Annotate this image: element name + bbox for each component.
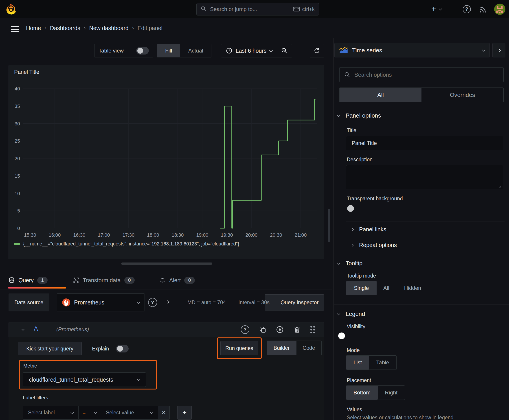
grafana-logo-icon[interactable] [5,3,17,16]
query-help-button[interactable]: ? [241,325,249,334]
legend-mode-label: Mode [347,347,360,353]
options-search-input[interactable] [354,71,499,78]
metric-value: cloudflared_tunnel_total_requests [29,376,133,383]
query-inspector-button[interactable]: Query inspector [265,294,324,310]
query-ref-id[interactable]: A [34,325,38,332]
svg-text:40: 40 [15,86,20,91]
operator-dropdown[interactable]: = [79,406,101,420]
add-filter-button[interactable]: + [177,406,192,420]
tooltip-mode-switch: Single All Hidden [346,281,429,295]
legend-placement-switch: Bottom Right [346,385,405,400]
breadcrumb-home[interactable]: Home [26,25,41,31]
breadcrumb-dashboards[interactable]: Dashboards [50,25,80,31]
top-nav: ctrl+k + ? [0,0,509,18]
options-scope-tabs: All Overrides [339,88,504,102]
legend-placement-right[interactable]: Right [378,386,405,400]
tooltip-mode-label: Tooltip mode [347,273,376,279]
datasource-picker[interactable]: Prometheus [57,293,145,311]
expand-options-chevron-icon[interactable] [166,300,170,304]
metric-label: Metric [23,363,37,369]
tab-all-options[interactable]: All [340,88,421,102]
panel-options-section-header[interactable]: Panel options [337,112,381,119]
drag-query-handle-icon[interactable] [310,326,315,333]
menu-toggle-button[interactable] [11,25,19,34]
user-avatar[interactable] [494,4,505,15]
global-search-input[interactable] [210,6,290,13]
tooltip-mode-hidden[interactable]: Hidden [396,281,429,295]
tab-transform-data[interactable]: Transform data 0 [73,272,135,289]
transform-icon [73,277,79,283]
actual-option[interactable]: Actual [180,44,211,57]
create-new-button[interactable]: + [431,5,442,13]
time-series-viz-icon [339,47,348,54]
tab-overrides[interactable]: Overrides [421,88,503,102]
resize-drag-handle[interactable] [121,262,212,265]
svg-text:19:30: 19:30 [221,232,233,238]
builder-option[interactable]: Builder [267,341,296,355]
panel-title[interactable]: Panel Title [14,69,39,75]
collapse-query-chevron-icon[interactable] [21,327,25,331]
collapse-sidebar-button[interactable] [492,43,505,57]
datasource-help-button[interactable]: ? [148,298,157,307]
query-row-header[interactable]: A (Prometheus) ? [8,322,324,337]
tooltip-mode-single[interactable]: Single [346,281,377,295]
tab-alert[interactable]: Alert 0 [159,272,195,289]
chevron-down-icon [137,377,140,381]
metric-select[interactable]: cloudflared_tunnel_total_requests [23,372,146,387]
alert-count-badge: 0 [184,277,195,284]
refresh-button[interactable] [310,44,324,57]
legend-mode-switch: List Table [346,355,396,370]
legend-placement-bottom[interactable]: Bottom [346,386,378,400]
close-icon: ✕ [161,409,166,416]
datasource-label: Data source [14,299,43,306]
legend-mode-list[interactable]: List [346,356,369,369]
duplicate-query-icon[interactable] [259,326,266,333]
toggle-visibility-eye-icon[interactable] [276,326,284,334]
svg-text:18:00: 18:00 [147,232,159,238]
chevron-down-icon [337,312,341,315]
query-options-summary[interactable]: MD = auto = 704 Interval = 30s [187,293,270,311]
panel-title-input[interactable] [346,136,503,150]
table-view-toggle[interactable] [136,47,149,54]
help-button[interactable]: ? [463,5,471,13]
panel-description-textarea[interactable] [346,165,503,189]
legend-series-label[interactable]: {__name__="cloudflared_tunnel_total_requ… [23,241,239,247]
chevron-down-icon [439,7,442,10]
bell-icon [159,277,166,283]
global-search[interactable]: ctrl+k [196,3,319,15]
tooltip-mode-all[interactable]: All [377,281,396,295]
resize-corner-icon[interactable] [498,184,501,188]
interval-stat: Interval = 30s [238,300,270,306]
time-range-picker[interactable]: Last 6 hours [221,44,277,57]
vertical-scrollbar-thumb[interactable] [328,209,330,242]
select-label-dropdown[interactable]: Select label [23,406,79,420]
panel-links-section-header[interactable]: Panel links [351,226,386,233]
zoom-out-time-button[interactable] [277,44,292,57]
legend-mode-table[interactable]: Table [369,356,396,369]
legend-section-header[interactable]: Legend [337,310,365,317]
run-queries-button[interactable]: Run queries [220,341,258,355]
rss-icon [479,6,486,14]
legend-values-description: Select values or calculations to show in… [347,415,454,420]
code-option[interactable]: Code [296,341,321,355]
fill-option[interactable]: Fill [157,44,180,57]
table-view-control: Table view [94,44,153,57]
transform-count-badge: 0 [124,277,135,284]
news-rss-button[interactable] [479,6,486,14]
explain-toggle[interactable] [116,345,129,352]
repeat-options-section-header[interactable]: Repeat options [351,242,397,248]
breadcrumb-new-dashboard[interactable]: New dashboard [89,25,129,31]
svg-text:15: 15 [15,173,20,179]
options-search[interactable] [339,67,504,82]
tooltip-section-header[interactable]: Tooltip [337,260,363,267]
svg-text:20:00: 20:00 [245,232,258,238]
tab-query[interactable]: Query 1 [8,272,48,289]
delete-query-trash-icon[interactable] [293,326,301,333]
time-series-chart[interactable]: 051015202530354015:3016:0016:3017:0017:3… [9,78,324,259]
select-value-dropdown[interactable]: Select value [101,406,158,420]
remove-filter-button[interactable]: ✕ [158,406,170,420]
refresh-icon [313,47,320,54]
kick-start-query-button[interactable]: Kick start your query [18,342,82,355]
query-editor-body: Kick start your query Explain Run querie… [8,337,324,420]
visualization-picker[interactable]: Time series [334,43,490,57]
